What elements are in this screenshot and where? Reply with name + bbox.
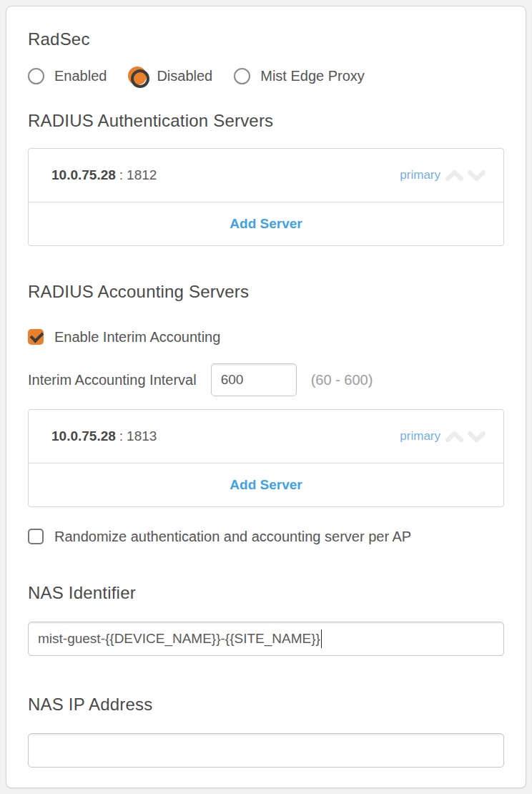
nas-identifier-value: mist-guest-{{DEVICE_NAME}}-{{SITE_NAME}} [38,631,320,647]
radio-option-disabled[interactable]: Disabled [128,67,212,85]
acct-server-row[interactable]: 10.0.75.28:1813 primary [29,410,503,463]
auth-server-list: 10.0.75.28:1812 primary Add Server [28,148,504,246]
nas-ip-input[interactable] [28,733,504,768]
interim-interval-row: Interim Accounting Interval (60 - 600) [28,363,504,396]
primary-badge: primary [400,168,440,182]
server-address: 10.0.75.28:1812 [51,167,157,183]
add-acct-server-button[interactable]: Add Server [29,463,503,506]
radio-option-enabled[interactable]: Enabled [28,68,107,84]
checkbox-checked-icon[interactable] [28,329,44,345]
radio-selected-icon [128,67,147,85]
server-address: 10.0.75.28:1813 [51,428,157,444]
move-down-icon[interactable] [466,429,488,444]
interim-interval-input[interactable] [211,363,297,396]
radsec-radio-group: Enabled Disabled Mist Edge Proxy [28,67,504,85]
move-up-icon[interactable] [443,168,466,183]
server-port: 1813 [127,428,157,443]
text-cursor [321,629,322,648]
radio-option-label: Disabled [157,68,212,84]
move-down-icon[interactable] [466,168,488,183]
radio-option-mist-edge-proxy[interactable]: Mist Edge Proxy [234,68,365,84]
server-separator: : [119,428,123,443]
add-auth-server-button[interactable]: Add Server [29,202,503,245]
enable-interim-accounting-label: Enable Interim Accounting [54,329,220,345]
nas-identifier-title: NAS Identifier [28,582,504,604]
auth-servers-title: RADIUS Authentication Servers [28,109,504,132]
radio-unselected-icon [28,68,44,84]
auth-server-row[interactable]: 10.0.75.28:1812 primary [29,149,503,202]
randomize-servers-row: Randomize authentication and accounting … [28,527,504,546]
acct-server-list: 10.0.75.28:1813 primary Add Server [28,409,504,507]
server-port: 1812 [127,167,157,182]
interim-interval-label: Interim Accounting Interval [28,372,197,388]
acct-servers-title: RADIUS Accounting Servers [28,280,504,303]
server-ip: 10.0.75.28 [51,167,116,182]
randomize-servers-label: Randomize authentication and accounting … [54,529,411,545]
server-row-controls: primary [400,429,488,444]
interim-interval-range-hint: (60 - 600) [311,372,373,388]
move-up-icon[interactable] [443,429,466,444]
nas-identifier-input[interactable]: mist-guest-{{DEVICE_NAME}}-{{SITE_NAME}} [28,622,504,656]
radsec-title: RadSec [28,28,504,51]
radio-option-label: Enabled [54,68,107,84]
nas-ip-title: NAS IP Address [28,693,504,716]
server-row-controls: primary [400,168,488,183]
server-ip: 10.0.75.28 [51,428,116,443]
checkbox-unchecked-icon[interactable] [28,529,44,544]
radius-settings-panel: RadSec Enabled Disabled Mist Edge Proxy … [6,6,526,788]
radio-unselected-icon [234,68,250,84]
server-separator: : [119,167,123,182]
enable-interim-accounting-row: Enable Interim Accounting [28,328,504,346]
radio-option-label: Mist Edge Proxy [260,68,365,84]
primary-badge: primary [400,429,440,443]
